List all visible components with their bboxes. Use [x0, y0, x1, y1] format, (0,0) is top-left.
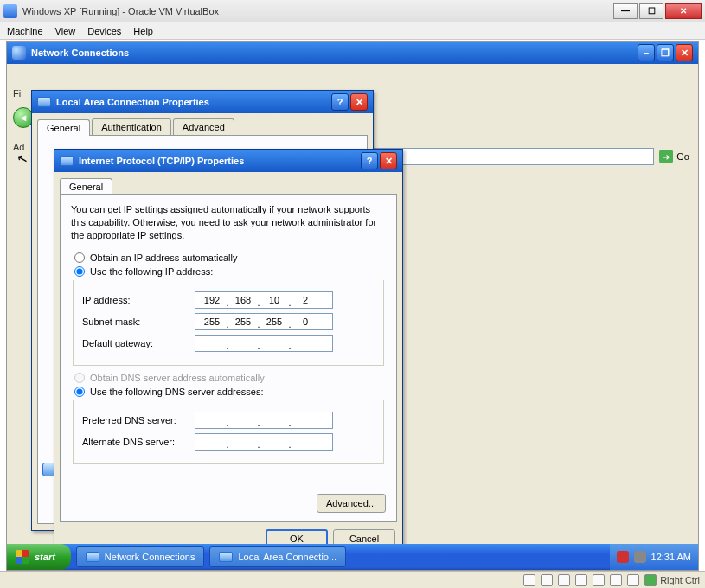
radio-manual-ip-row[interactable]: Use the following IP address:: [74, 266, 386, 277]
tcp-close-button[interactable]: ✕: [380, 152, 397, 169]
xp-taskbar: start Network Connections Local Area Con…: [7, 544, 698, 570]
go-button[interactable]: ➔ Go: [659, 150, 689, 163]
system-tray[interactable]: 12:31 AM: [610, 544, 698, 570]
lac-help-button[interactable]: [331, 93, 349, 111]
lac-tabs: General Authentication Advanced: [32, 113, 373, 135]
host-titlebar: Windows XP [Running] - Oracle VM Virtual…: [0, 0, 705, 22]
tcp-titlebar[interactable]: Internet Protocol (TCP/IP) Properties ✕: [54, 150, 402, 172]
host-maximize-button[interactable]: ☐: [639, 3, 663, 19]
netconn-restore-button[interactable]: ❐: [657, 44, 674, 61]
vb-display-icon[interactable]: [610, 574, 622, 586]
radio-auto-ip[interactable]: [74, 252, 85, 263]
gateway-label: Default gateway:: [82, 338, 195, 348]
radio-manual-dns-label: Use the following DNS server addresses:: [90, 387, 264, 397]
tcp-panel: You can get IP settings assigned automat…: [60, 194, 397, 522]
vb-network-icon[interactable]: [558, 574, 570, 586]
menu-machine[interactable]: Machine: [7, 26, 43, 36]
radio-manual-dns[interactable]: [74, 387, 85, 397]
lan-icon: [37, 97, 51, 107]
menu-devices[interactable]: Devices: [87, 26, 121, 36]
dns-group: Preferred DNS server: . . . Alternate DN…: [73, 400, 384, 464]
go-label: Go: [676, 151, 689, 162]
lac-close-button[interactable]: ✕: [350, 93, 368, 111]
radio-auto-ip-label: Obtain an IP address automatically: [90, 252, 237, 263]
vb-hdd-icon[interactable]: [523, 574, 535, 586]
ip-input[interactable]: 192. 168. 10. 2: [195, 291, 333, 309]
clock[interactable]: 12:31 AM: [651, 552, 691, 562]
tcp-tabs: General: [54, 172, 402, 194]
tcp-tab-general[interactable]: General: [60, 178, 112, 195]
task-item-network-connections[interactable]: Network Connections: [76, 546, 205, 567]
lan-icon: [219, 552, 233, 562]
tcp-helptext: You can get IP settings assigned automat…: [71, 203, 386, 242]
vb-shared-folder-icon[interactable]: [593, 574, 605, 586]
menu-view[interactable]: View: [55, 26, 76, 36]
pref-dns-input[interactable]: . . .: [195, 412, 333, 429]
network-icon: [12, 46, 26, 60]
tcp-icon: [60, 156, 74, 166]
radio-manual-dns-row[interactable]: Use the following DNS server addresses:: [74, 387, 386, 397]
lac-titlebar[interactable]: Local Area Connection Properties ✕: [32, 91, 373, 113]
lac-tab-advanced[interactable]: Advanced: [173, 118, 234, 135]
file-menu-fragment[interactable]: Fil: [13, 88, 23, 99]
vb-usb-icon[interactable]: [575, 574, 587, 586]
shield-icon[interactable]: [617, 551, 629, 563]
radio-auto-dns: [74, 373, 85, 383]
alt-dns-input[interactable]: . . .: [195, 433, 333, 451]
tcpip-properties-dialog: Internet Protocol (TCP/IP) Properties ✕ …: [54, 149, 403, 546]
guest-display: Network Connections – ❐ ✕ Fil ◄ Ad ↖ Det…: [6, 41, 699, 571]
netconn-minimize-button[interactable]: –: [638, 44, 655, 61]
ip-group: IP address: 192. 168. 10. 2 Subnet mask:…: [73, 280, 384, 366]
netconn-titlebar[interactable]: Network Connections – ❐ ✕: [7, 42, 698, 64]
ip-label: IP address:: [82, 295, 195, 305]
start-button[interactable]: start: [7, 544, 71, 570]
go-arrow-icon: ➔: [659, 150, 673, 163]
alt-dns-label: Alternate DNS server:: [82, 437, 195, 447]
lac-tab-authentication[interactable]: Authentication: [92, 118, 171, 135]
radio-auto-dns-row: Obtain DNS server address automatically: [74, 373, 386, 383]
task-item-lac[interactable]: Local Area Connectio...: [209, 546, 346, 567]
lac-title: Local Area Connection Properties: [56, 97, 209, 107]
vb-statusbar: Right Ctrl: [0, 571, 705, 588]
vb-mouse-icon[interactable]: [627, 574, 639, 586]
host-menubar: Machine View Devices Help: [0, 22, 705, 40]
netconn-close-button[interactable]: ✕: [676, 44, 693, 61]
windows-flag-icon: [16, 550, 29, 564]
subnet-input[interactable]: 255. 255. 255. 0: [195, 313, 333, 330]
tray-icon[interactable]: [634, 551, 646, 563]
tcp-title: Internet Protocol (TCP/IP) Properties: [79, 156, 244, 166]
tcp-help-button[interactable]: [361, 152, 378, 169]
vb-cd-icon[interactable]: [541, 574, 553, 586]
pref-dns-label: Preferred DNS server:: [82, 415, 195, 425]
radio-auto-dns-label: Obtain DNS server address automatically: [90, 373, 265, 383]
subnet-label: Subnet mask:: [82, 316, 195, 327]
advanced-button[interactable]: Advanced...: [317, 494, 386, 513]
radio-auto-ip-row[interactable]: Obtain an IP address automatically: [74, 252, 386, 263]
host-title: Windows XP [Running] - Oracle VM Virtual…: [22, 6, 613, 16]
gateway-input[interactable]: . . .: [195, 335, 333, 352]
host-close-button[interactable]: ✕: [665, 3, 702, 19]
radio-manual-ip-label: Use the following IP address:: [90, 266, 213, 277]
netconn-title: Network Connections: [31, 48, 129, 58]
menu-help[interactable]: Help: [133, 26, 153, 36]
lac-tab-general[interactable]: General: [37, 119, 90, 136]
network-icon: [86, 552, 99, 562]
radio-manual-ip[interactable]: [74, 266, 85, 277]
virtualbox-icon: [3, 4, 17, 18]
cursor-icon: ↖: [15, 150, 29, 168]
start-label: start: [35, 552, 55, 562]
vb-host-key[interactable]: Right Ctrl: [644, 574, 700, 586]
host-minimize-button[interactable]: —: [613, 3, 638, 19]
vb-key-icon: [644, 574, 657, 586]
